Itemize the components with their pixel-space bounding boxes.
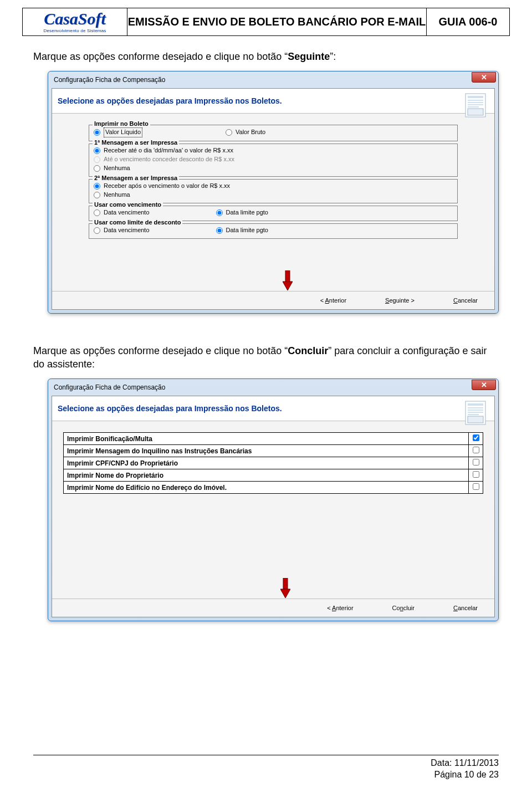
radio-label: Receber até o dia 'dd/mm/aa' o valor de …	[104, 146, 233, 155]
radio-data-limite-pgto-1[interactable]: Data limite pgto	[216, 208, 268, 217]
dialog-header-band: Selecione as opções desejadas para Impre…	[52, 396, 494, 421]
svg-rect-3	[468, 102, 483, 103]
footer-date: Data: 11/11/2013	[33, 758, 499, 769]
svg-rect-14	[468, 414, 479, 415]
group-legend: Imprimir no Boleto	[93, 120, 150, 127]
dialog-heading: Selecione as opções desejadas para Impre…	[58, 96, 282, 105]
cancel-button[interactable]: Cancelar	[453, 297, 478, 304]
radio-label: Valor Líquido	[104, 127, 142, 137]
instruction-2: Marque as opções conforme desejado e cli…	[0, 330, 532, 379]
checklist-label: Imprimir Nome do Edifício no Endereço do…	[64, 482, 469, 494]
guide-number: GUIA 006-0	[427, 8, 510, 36]
arrow-indicator-icon	[283, 270, 293, 290]
radio-data-limite-pgto-2[interactable]: Data limite pgto	[216, 226, 268, 235]
page-header: CasaSoft Desenvolvimento de Sistemas EMI…	[0, 0, 532, 36]
page-footer: Data: 11/11/2013 Página 10 de 23	[33, 755, 499, 781]
svg-rect-16	[283, 578, 288, 589]
svg-rect-2	[468, 100, 483, 101]
group-1a-mensagem: 1ª Mensagem a ser Impressa Receber até o…	[89, 144, 458, 177]
svg-marker-17	[280, 589, 290, 598]
group-legend: 1ª Mensagem a ser Impressa	[93, 139, 179, 146]
radio-label: Nenhuma	[104, 164, 130, 173]
dialog-window-1: Configuração Ficha de Compensação ✕ Sele…	[48, 71, 499, 314]
next-button[interactable]: Seguinte >	[385, 297, 415, 304]
doc-title: EMISSÃO E ENVIO DE BOLETO BANCÁRIO POR E…	[127, 8, 427, 36]
checkbox-cpf-proprietario[interactable]	[473, 459, 479, 466]
checkbox-mensagem-inquilino[interactable]	[473, 447, 479, 453]
radio-ate-vencimento-desconto: Até o vencimento conceder desconto de R$…	[94, 155, 453, 164]
checklist-label: Imprimir CPF/CNPJ do Proprietário	[64, 457, 469, 469]
cancel-button[interactable]: Cancelar	[453, 605, 478, 611]
svg-marker-8	[283, 282, 293, 290]
checkbox-nome-proprietario[interactable]	[473, 471, 479, 478]
checklist-label: Imprimir Bonificação/Multa	[64, 433, 469, 445]
radio-receber-apos[interactable]: Receber após o vencimento o valor de R$ …	[94, 182, 453, 191]
dialog-window-2: Configuração Ficha de Compensação ✕ Sele…	[48, 379, 499, 621]
wizard-button-bar: < Anterior Seguinte > Cancelar	[52, 291, 494, 309]
dialog-heading: Selecione as opções desejadas para Impre…	[58, 404, 282, 413]
finish-button[interactable]: Concluir	[392, 605, 415, 611]
svg-rect-6	[468, 109, 483, 115]
instr2-pre: Marque as opções conforme desejado e cli…	[33, 345, 284, 356]
checklist-row: Imprimir CPF/CNPJ do Proprietário	[64, 457, 483, 469]
logo-cell: CasaSoft Desenvolvimento de Sistemas	[22, 8, 127, 36]
close-icon: ✕	[481, 73, 487, 81]
checklist-row: Imprimir Nome do Proprietário	[64, 469, 483, 482]
radio-nenhuma-2[interactable]: Nenhuma	[94, 191, 453, 200]
arrow-indicator-icon	[280, 578, 290, 598]
checkbox-bonificacao[interactable]	[473, 434, 479, 441]
prev-button[interactable]: < Anterior	[327, 605, 353, 611]
radio-data-vencimento-2[interactable]: Data vencimento	[94, 226, 150, 235]
svg-rect-7	[285, 270, 290, 282]
checklist-row: Imprimir Bonificação/Multa	[64, 433, 483, 445]
instr1-pre: Marque as opções conforme desejado e cli…	[33, 51, 284, 62]
titlebar: Configuração Ficha de Compensação ✕	[48, 71, 498, 88]
radio-nenhuma-1[interactable]: Nenhuma	[94, 164, 453, 173]
dialog-header-band: Selecione as opções desejadas para Impre…	[52, 89, 494, 114]
titlebar: Configuração Ficha de Compensação ✕	[48, 379, 498, 396]
dialog-title: Configuração Ficha de Compensação	[54, 76, 165, 84]
instr2-bold: Concluir	[288, 345, 328, 356]
document-icon	[463, 92, 490, 119]
radio-label: Data limite pgto	[226, 208, 268, 217]
svg-rect-4	[468, 104, 483, 105]
instr1-post: :	[333, 51, 336, 62]
instr1-bold: Seguinte	[288, 51, 330, 62]
group-legend: Usar como vencimento	[93, 201, 163, 208]
wizard-button-bar: < Anterior Concluir Cancelar	[52, 599, 494, 617]
radio-receber-ate[interactable]: Receber até o dia 'dd/mm/aa' o valor de …	[94, 146, 453, 155]
group-2a-mensagem: 2ª Mensagem a ser Impressa Receber após …	[89, 179, 458, 203]
logo: CasaSoft Desenvolvimento de Sistemas	[43, 11, 106, 33]
radio-label: Nenhuma	[104, 191, 130, 200]
radio-label: Data limite pgto	[226, 226, 268, 235]
svg-rect-12	[468, 410, 483, 411]
radio-data-vencimento-1[interactable]: Data vencimento	[94, 208, 150, 217]
close-icon: ✕	[481, 381, 487, 389]
svg-rect-13	[468, 412, 483, 413]
svg-rect-10	[468, 403, 483, 406]
svg-rect-1	[468, 96, 483, 98]
logo-sub: Desenvolvimento de Sistemas	[43, 28, 106, 33]
logo-main: CasaSoft	[44, 11, 106, 27]
close-button[interactable]: ✕	[472, 380, 496, 390]
checklist-label: Imprimir Nome do Proprietário	[64, 469, 469, 482]
screenshot-1: Configuração Ficha de Compensação ✕ Sele…	[48, 71, 499, 314]
instruction-1: Marque as opções conforme desejado e cli…	[0, 36, 532, 71]
checklist-label: Imprimir Mensagem do Inquilino nas Instr…	[64, 445, 469, 457]
prev-button[interactable]: < Anterior	[320, 297, 346, 304]
radio-label: Data vencimento	[104, 226, 150, 235]
dialog-body: Imprimir Bonificação/Multa Imprimir Mens…	[52, 421, 494, 599]
dialog-title: Configuração Ficha de Compensação	[54, 383, 165, 391]
svg-rect-5	[468, 106, 479, 108]
checkbox-nome-edificio[interactable]	[473, 483, 479, 490]
screenshot-2: Configuração Ficha de Compensação ✕ Sele…	[48, 379, 499, 621]
checklist-row: Imprimir Nome do Edifício no Endereço do…	[64, 482, 483, 494]
radio-label: Até o vencimento conceder desconto de R$…	[104, 155, 234, 164]
radio-label: Data vencimento	[104, 208, 150, 217]
close-button[interactable]: ✕	[472, 72, 496, 83]
group-legend: Usar como limite de desconto	[93, 219, 182, 226]
radio-label: Receber após o vencimento o valor de R$ …	[104, 182, 230, 191]
svg-rect-11	[468, 407, 483, 408]
radio-valor-bruto[interactable]: Valor Bruto	[226, 127, 265, 137]
radio-valor-liquido[interactable]: Valor Líquido	[94, 127, 142, 137]
